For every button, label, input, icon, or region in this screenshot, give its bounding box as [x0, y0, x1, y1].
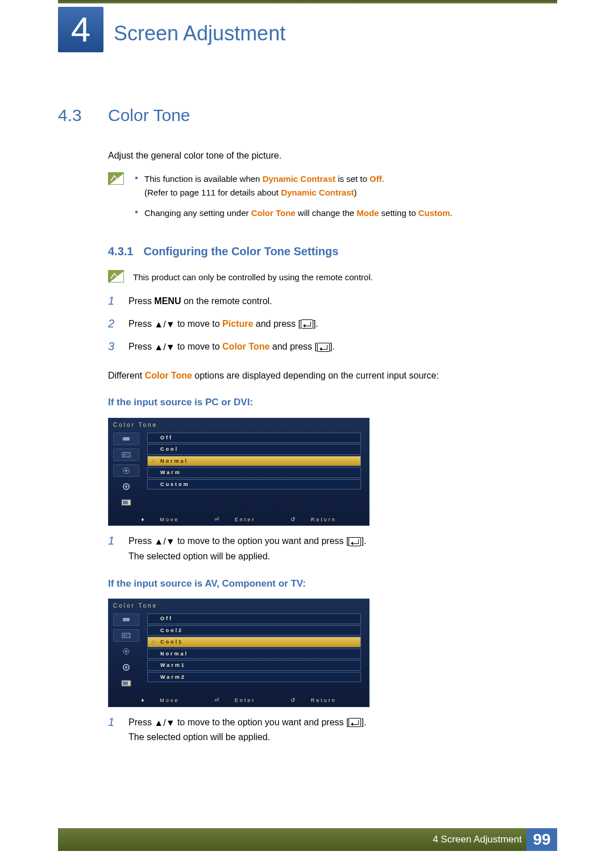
step-number: 1 [108, 715, 118, 729]
note-list: This function is available when Dynamic … [133, 172, 524, 227]
svg-rect-9 [123, 618, 130, 621]
note-item-1: This function is available when Dynamic … [133, 172, 524, 200]
move-icon: ♦ [141, 516, 144, 522]
osd-side-icon [113, 448, 139, 461]
content-area: 4.3 Color Tone Adjust the general color … [58, 102, 524, 753]
subsection-number: 4.3.1 [108, 243, 133, 260]
osd-side-icon [113, 464, 139, 477]
osd-option: Warm2 [147, 672, 361, 683]
up-down-icon: ▲/▼ [154, 534, 175, 549]
osd-footer: ♦Move ⏎Enter ↺Return [109, 513, 369, 526]
footer-label: 4 Screen Adjustment [433, 832, 522, 847]
step-number: 1 [108, 294, 118, 308]
svg-point-4 [125, 470, 127, 472]
osd-menu-screenshot-av: Color Tone OffCool2✓Cool1NormalWarm1Warm… [108, 599, 370, 707]
osd-option: ✓Cool1 [147, 637, 361, 647]
osd-sidebar [109, 431, 144, 513]
svg-rect-8 [123, 501, 128, 504]
enter-icon: ⏎ [214, 697, 219, 703]
return-icon: ↺ [291, 697, 295, 703]
svg-rect-0 [123, 437, 130, 441]
subsection-title: Configuring the Color Tone Settings [143, 243, 338, 260]
step-number: 1 [108, 534, 118, 547]
osd-option: Cool2 [147, 625, 361, 636]
osd-sidebar [109, 612, 144, 694]
svg-point-13 [125, 650, 127, 653]
section-title: Color Tone [108, 102, 190, 128]
osd-side-icon [113, 645, 139, 658]
info-text: This product can only be controlled by u… [133, 270, 373, 284]
up-down-icon: ▲/▼ [154, 716, 175, 730]
section-heading: 4.3 Color Tone [58, 102, 524, 128]
section-number: 4.3 [58, 102, 94, 128]
info-row: This product can only be controlled by u… [108, 270, 524, 284]
osd-option: Cool [147, 444, 361, 455]
osd-title: Color Tone [109, 599, 369, 612]
osd-footer: ♦Move ⏎Enter ↺Return [109, 694, 369, 707]
svg-rect-10 [122, 633, 130, 638]
page-footer: 4 Screen Adjustment 99 [58, 828, 557, 851]
osd-side-icon [113, 629, 139, 642]
top-accent-bar [58, 0, 557, 3]
substep-pc-1: 1 Press ▲/▼ to move to the option you wa… [108, 534, 524, 563]
svg-rect-1 [122, 452, 130, 457]
svg-rect-17 [123, 682, 128, 685]
up-down-icon: ▲/▼ [154, 340, 175, 355]
note-icon [108, 172, 124, 185]
chapter-title: Screen Adjustment [114, 18, 285, 49]
enter-icon [349, 537, 361, 546]
check-icon: ✓ [151, 638, 156, 646]
svg-point-6 [125, 485, 127, 488]
enter-icon [317, 343, 330, 352]
osd-option: Off [147, 613, 361, 624]
up-down-icon: ▲/▼ [154, 317, 175, 332]
osd-option: Warm [147, 467, 361, 478]
osd-title: Color Tone [109, 418, 369, 431]
step-2: 2 Press ▲/▼ to move to Picture and press… [108, 317, 524, 332]
substep-av-1: 1 Press ▲/▼ to move to the option you wa… [108, 715, 524, 745]
enter-icon: ⏎ [214, 516, 219, 522]
osd-side-icon [113, 613, 139, 626]
gear-icon [113, 480, 139, 493]
enter-icon [301, 319, 313, 329]
osd-options-list: OffCool2✓Cool1NormalWarm1Warm2 [144, 612, 369, 694]
move-icon: ♦ [141, 697, 144, 703]
osd-options-list: OffCool✓NormalWarmCustom [144, 431, 369, 513]
osd-option: Warm1 [147, 660, 361, 671]
note-item-2: Changing any setting under Color Tone wi… [133, 206, 524, 220]
page: 4 Screen Adjustment 4.3 Color Tone Adjus… [0, 0, 614, 868]
svg-point-11 [124, 635, 126, 637]
page-number: 99 [526, 828, 557, 851]
osd-option: Custom [147, 479, 361, 490]
step-3: 3 Press ▲/▼ to move to Color Tone and pr… [108, 339, 524, 355]
heading-av: If the input source is AV, Component or … [108, 576, 524, 591]
svg-point-2 [124, 454, 126, 455]
tv-icon [113, 496, 139, 509]
svg-point-15 [125, 666, 127, 668]
step-number: 3 [108, 339, 118, 353]
step-number: 2 [108, 317, 118, 330]
osd-option: Normal [147, 649, 361, 659]
gear-icon [113, 661, 139, 674]
osd-option: Off [147, 433, 361, 443]
intro-paragraph: Adjust the general color tone of the pic… [108, 148, 524, 163]
heading-pc-dvi: If the input source is PC or DVI: [108, 395, 524, 410]
return-icon: ↺ [291, 516, 295, 522]
options-paragraph: Different Color Tone options are display… [108, 368, 524, 383]
osd-menu-screenshot-pc: Color Tone OffCool✓NormalWarmCustom ♦Mov… [108, 418, 370, 526]
osd-option: ✓Normal [147, 456, 361, 467]
note-icon [108, 270, 124, 283]
chapter-number-box: 4 [58, 7, 103, 52]
enter-icon [349, 718, 361, 727]
step-1: 1 Press MENU on the remote control. [108, 294, 524, 309]
osd-side-icon [113, 433, 139, 445]
subsection-heading: 4.3.1 Configuring the Color Tone Setting… [108, 243, 524, 260]
check-icon: ✓ [151, 458, 156, 466]
tv-icon [113, 677, 139, 690]
note-block: This function is available when Dynamic … [108, 172, 524, 227]
